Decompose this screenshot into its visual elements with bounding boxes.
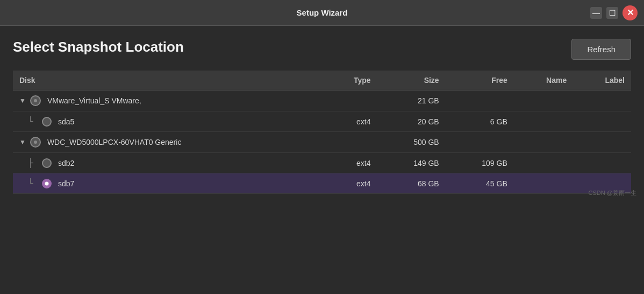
- table-row: ▼VMware_Virtual_S VMware,21 GB: [13, 90, 631, 111]
- disk-type: ext4: [324, 153, 377, 173]
- disk-name-col: [514, 90, 573, 111]
- disk-type: [324, 90, 377, 111]
- title-bar-controls: — ☐ ✕: [590, 5, 638, 20]
- disk-label-text: sdb2: [58, 159, 74, 167]
- disk-size: 68 GB: [377, 173, 446, 194]
- disk-free: 109 GB: [446, 153, 514, 173]
- main-content: Select Snapshot Location Refresh Disk Ty…: [0, 26, 644, 202]
- disk-name-cell-sda5: └sda5: [13, 111, 324, 132]
- watermark: CSDN @蓑雨一生: [589, 189, 636, 197]
- disk-name-col: [514, 153, 573, 173]
- disk-free: 6 GB: [446, 111, 514, 132]
- col-header-type: Type: [324, 71, 377, 90]
- disk-table: Disk Type Size Free Name Label ▼VMware_V…: [13, 71, 631, 194]
- col-header-free: Free: [446, 71, 514, 90]
- table-row[interactable]: └sda5ext420 GB6 GB: [13, 111, 631, 132]
- disk-size: 21 GB: [377, 90, 446, 111]
- tree-line: └: [19, 178, 39, 188]
- page-title: Select Snapshot Location: [13, 39, 184, 55]
- col-header-disk: Disk: [13, 71, 324, 90]
- disk-free: [446, 90, 514, 111]
- disk-name-cell-wdc-disk: ▼WDC_WD5000LPCX-60VHAT0 Generic: [13, 132, 324, 153]
- disk-name-cell-sdb2: ├sdb2: [13, 153, 324, 173]
- disk-label-col: [573, 111, 631, 132]
- disk-size: 500 GB: [377, 132, 446, 153]
- disk-free: 45 GB: [446, 173, 514, 194]
- table-row[interactable]: └sdb7ext468 GB45 GB: [13, 173, 631, 194]
- col-header-label: Label: [573, 71, 631, 90]
- disk-type: [324, 132, 377, 153]
- close-button[interactable]: ✕: [622, 5, 638, 20]
- disk-type: ext4: [324, 173, 377, 194]
- maximize-button[interactable]: ☐: [606, 7, 618, 19]
- minimize-button[interactable]: —: [590, 7, 602, 19]
- disk-name-cell-sdb7: └sdb7: [13, 173, 324, 194]
- partition-empty-icon: [42, 158, 52, 168]
- disk-name-col: [514, 173, 573, 194]
- disk-label-text: WDC_WD5000LPCX-60VHAT0 Generic: [47, 138, 182, 146]
- disk-label-text: sda5: [58, 117, 74, 126]
- tree-line: ├: [19, 158, 39, 168]
- table-header-row: Disk Type Size Free Name Label: [13, 71, 631, 90]
- table-row: ▼WDC_WD5000LPCX-60VHAT0 Generic500 GB: [13, 132, 631, 153]
- chevron-icon[interactable]: ▼: [19, 97, 26, 104]
- tree-line: └: [19, 116, 39, 127]
- window-title: Setup Wizard: [297, 8, 348, 17]
- col-header-size: Size: [377, 71, 446, 90]
- disk-type: ext4: [324, 111, 377, 132]
- title-bar: Setup Wizard — ☐ ✕: [0, 0, 644, 26]
- table-row[interactable]: ├sdb2ext4149 GB109 GB: [13, 153, 631, 173]
- disk-label-text: VMware_Virtual_S VMware,: [47, 96, 141, 105]
- col-header-name: Name: [514, 71, 573, 90]
- partition-selected-icon: [42, 179, 52, 188]
- disk-icon: [30, 137, 41, 148]
- chevron-icon[interactable]: ▼: [19, 138, 26, 146]
- disk-label-text: sdb7: [58, 179, 74, 188]
- disk-label-col: [573, 132, 631, 153]
- disk-size: 149 GB: [377, 153, 446, 173]
- disk-name-cell-vmware-disk: ▼VMware_Virtual_S VMware,: [13, 90, 324, 111]
- disk-name-col: [514, 132, 573, 153]
- disk-icon: [30, 95, 41, 106]
- disk-label-col: [573, 90, 631, 111]
- header-row: Select Snapshot Location Refresh: [13, 39, 631, 60]
- disk-label-col: [573, 153, 631, 173]
- disk-size: 20 GB: [377, 111, 446, 132]
- refresh-button[interactable]: Refresh: [571, 39, 631, 60]
- disk-name-col: [514, 111, 573, 132]
- partition-empty-icon: [42, 117, 52, 127]
- disk-free: [446, 132, 514, 153]
